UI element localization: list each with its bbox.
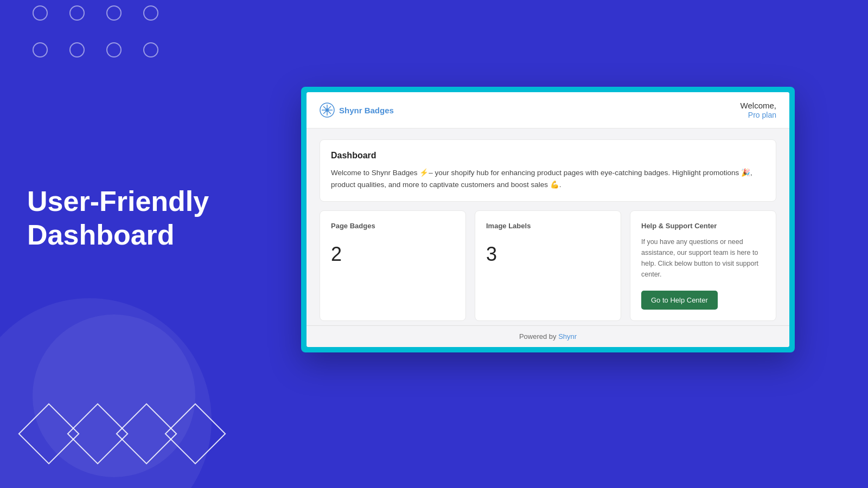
hero-heading: User-Friendly Dashboard <box>27 184 209 252</box>
diamond-decorations <box>27 412 222 455</box>
image-labels-value: 3 <box>486 243 610 266</box>
welcome-text: Welcome, <box>741 101 776 110</box>
header-right: Welcome, Pro plan <box>741 101 776 119</box>
dashboard-description: Welcome to Shynr Badges ⚡– your shopify … <box>331 167 765 190</box>
go-to-help-center-button[interactable]: Go to Help Center <box>641 291 718 310</box>
image-labels-card: Image Labels 3 <box>475 210 621 321</box>
svg-point-5 <box>326 108 329 112</box>
image-labels-title: Image Labels <box>486 222 610 230</box>
circle-dot <box>33 5 48 21</box>
powered-by-text: Powered by <box>519 332 557 341</box>
page-badges-title: Page Badges <box>331 222 455 230</box>
circle-dot <box>106 5 122 21</box>
stats-row: Page Badges 2 Image Labels 3 Help & Supp… <box>320 210 776 321</box>
logo-icon <box>320 102 335 118</box>
help-support-title: Help & Support Center <box>641 222 765 230</box>
app-window-wrapper: Shynr Badges Welcome, Pro plan Dashboard… <box>301 87 795 352</box>
pro-plan-link[interactable]: Pro plan <box>741 111 776 119</box>
app-header: Shynr Badges Welcome, Pro plan <box>307 92 789 129</box>
circle-dot <box>143 5 158 21</box>
shynr-link[interactable]: Shynr <box>558 332 577 341</box>
hero-line-2: Dashboard <box>27 218 209 252</box>
app-footer: Powered by Shynr <box>307 325 789 347</box>
page-badges-value: 2 <box>331 243 455 266</box>
hero-line-1: User-Friendly <box>27 184 209 218</box>
circle-dot <box>143 42 158 57</box>
circle-dot <box>69 42 85 57</box>
circle-dot <box>106 42 122 57</box>
page-badges-card: Page Badges 2 <box>320 210 466 321</box>
diamond-shape <box>164 403 226 464</box>
app-body: Dashboard Welcome to Shynr Badges ⚡– you… <box>307 129 789 325</box>
background-circles <box>33 5 169 68</box>
logo-text: Shynr Badges <box>339 106 394 115</box>
circle-dot <box>69 5 85 21</box>
circle-dot <box>33 42 48 57</box>
logo-area: Shynr Badges <box>320 102 394 118</box>
dashboard-section: Dashboard Welcome to Shynr Badges ⚡– you… <box>320 139 776 202</box>
app-window: Shynr Badges Welcome, Pro plan Dashboard… <box>307 92 789 347</box>
help-support-description: If you have any questions or need assist… <box>641 236 765 280</box>
dashboard-title: Dashboard <box>331 151 765 160</box>
help-support-card: Help & Support Center If you have any qu… <box>630 210 776 321</box>
